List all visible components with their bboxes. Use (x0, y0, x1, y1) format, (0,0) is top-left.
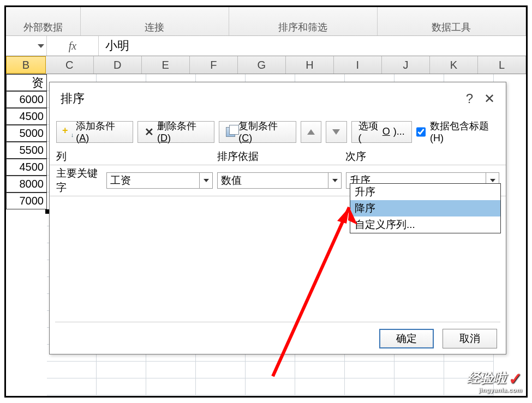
header-column: 列 (56, 149, 217, 164)
help-button[interactable]: ? (466, 91, 473, 106)
triangle-up-icon (307, 129, 315, 135)
col-header-c[interactable]: C (46, 56, 94, 74)
delete-condition-button[interactable]: ✕ 删除条件(D) (138, 121, 214, 143)
formula-input[interactable]: 小明 (99, 38, 526, 54)
dialog-title: 排序 (61, 91, 85, 107)
formula-bar: fx 小明 (6, 36, 526, 56)
dialog-titlebar: 排序 ? ✕ (50, 82, 506, 115)
cell[interactable]: 5500 (6, 142, 47, 159)
dialog-toolbar: 添加条件(A) ✕ 删除条件(D) 复制条件(C) 选项(O)... 数据包含标… (50, 115, 506, 148)
col-header-e[interactable]: E (142, 56, 190, 74)
col-header-k[interactable]: K (430, 56, 478, 74)
dropdown-icon (199, 173, 212, 188)
dropdown-item-asc[interactable]: 升序 (350, 184, 500, 200)
dropdown-icon (328, 173, 341, 188)
ribbon-group-sort-filter[interactable]: 排序和筛选 (229, 7, 378, 35)
col-header-f[interactable]: F (190, 56, 238, 74)
header-basis: 排序依据 (217, 149, 345, 164)
delete-icon: ✕ (145, 125, 154, 139)
ribbon-group-external[interactable]: 外部数据 (6, 7, 81, 35)
copy-icon (226, 127, 235, 137)
col-header-l[interactable]: L (478, 56, 526, 74)
col-header-b[interactable]: B (6, 56, 46, 74)
col-header-j[interactable]: J (382, 56, 430, 74)
watermark: 经验啦✓ jingyanla.com (467, 367, 522, 393)
dropdown-item-desc[interactable]: 降序 (350, 200, 500, 216)
header-order: 次序 (345, 149, 499, 164)
cell[interactable]: 4500 (6, 159, 47, 176)
fx-label[interactable]: fx (47, 36, 99, 56)
triangle-down-icon (332, 129, 340, 135)
col-header-i[interactable]: I (334, 56, 382, 74)
ribbon-group-connections[interactable]: 连接 (81, 7, 229, 35)
sort-headers: 列 排序依据 次序 (50, 148, 506, 165)
move-down-button[interactable] (326, 121, 346, 143)
header-checkbox-input[interactable] (416, 127, 426, 137)
dropdown-icon (38, 44, 44, 48)
ribbon-group-data-tools[interactable]: 数据工具 (378, 7, 526, 35)
dialog-footer: 确定 取消 (379, 329, 497, 348)
add-condition-button[interactable]: 添加条件(A) (56, 121, 133, 143)
check-icon: ✓ (509, 369, 522, 388)
copy-condition-button[interactable]: 复制条件(C) (219, 121, 296, 143)
col-header-h[interactable]: H (286, 56, 334, 74)
close-button[interactable]: ✕ (484, 91, 495, 106)
header-checkbox[interactable]: 数据包含标题(H) (416, 119, 499, 144)
ribbon: 外部数据 连接 排序和筛选 数据工具 (6, 7, 526, 36)
ok-button[interactable]: 确定 (379, 329, 434, 348)
options-button[interactable]: 选项(O)... (351, 121, 412, 143)
move-up-button[interactable] (301, 121, 321, 143)
cell[interactable]: 8000 (6, 176, 47, 193)
cell[interactable]: 资 (6, 74, 47, 91)
cell[interactable]: 6000 (6, 91, 47, 108)
primary-key-label: 主要关键字 (56, 166, 106, 195)
sort-key-combo[interactable]: 工资 (106, 172, 213, 189)
cell[interactable]: 7000 (6, 193, 47, 209)
order-dropdown-list: 升序 降序 自定义序列... (350, 183, 501, 233)
name-box[interactable] (6, 36, 47, 56)
add-icon (63, 127, 73, 137)
cell[interactable]: 4500 (6, 108, 47, 125)
col-header-d[interactable]: D (94, 56, 142, 74)
col-header-g[interactable]: G (238, 56, 286, 74)
sort-basis-combo[interactable]: 数值 (217, 172, 342, 189)
cancel-button[interactable]: 取消 (443, 329, 497, 348)
cell[interactable]: 5000 (6, 125, 47, 142)
dropdown-item-custom[interactable]: 自定义序列... (350, 216, 500, 233)
column-headers: B C D E F G H I J K L (6, 56, 526, 74)
watermark-text: 经验啦 (467, 370, 506, 385)
